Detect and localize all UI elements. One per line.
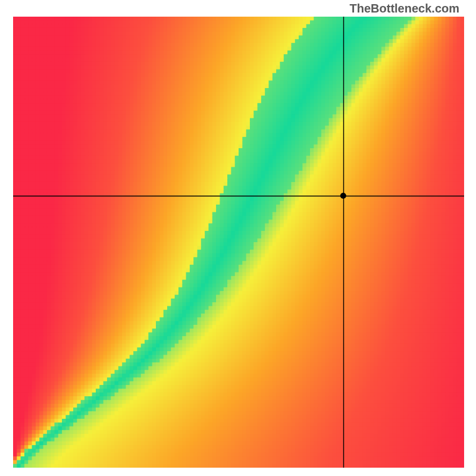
heatmap-canvas <box>13 17 464 468</box>
watermark-label: TheBottleneck.com <box>350 2 459 15</box>
chart-container: TheBottleneck.com <box>0 0 476 476</box>
